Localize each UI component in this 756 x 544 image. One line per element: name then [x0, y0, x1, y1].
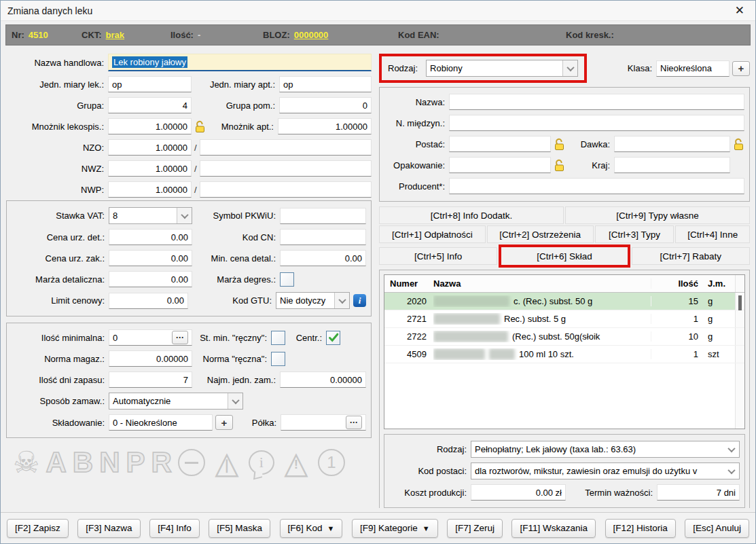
gtu-dropdown-icon[interactable]: [334, 293, 349, 308]
dni-zapasu-field[interactable]: 7: [109, 371, 192, 388]
nwp-field2[interactable]: [200, 181, 372, 198]
tab-inne[interactable]: [Ctrl+4] Inne: [675, 225, 750, 243]
st-min-checkbox[interactable]: [271, 331, 285, 345]
min-cena-field[interactable]: 0.00: [280, 250, 366, 266]
kod-postaci-dropdown-icon[interactable]: [724, 463, 739, 479]
gtu-label: Kod GTU:: [191, 295, 276, 306]
polka-more-button[interactable]: ···: [346, 416, 362, 429]
tab-odplatnosci[interactable]: [Ctrl+1] Odpłatności: [379, 225, 486, 243]
cena-zak-field[interactable]: 0.00: [109, 250, 192, 266]
producent-field[interactable]: [449, 178, 744, 194]
tab-typy[interactable]: [Ctrl+3] Typy: [595, 225, 674, 243]
maska-button[interactable]: [F5] Maska: [209, 519, 270, 538]
skladowanie-field[interactable]: 0 - Nieokreślone: [109, 414, 213, 431]
col-header-nazwa[interactable]: Nazwa: [433, 278, 651, 289]
table-row[interactable]: 2020 c. (Rec.) subst. 50 g 15 g: [384, 293, 744, 310]
nazwa-field[interactable]: [449, 94, 744, 110]
vat-dropdown-icon[interactable]: [177, 208, 192, 223]
nzo-field2[interactable]: [200, 139, 372, 156]
termin-field[interactable]: 7 dni: [657, 484, 740, 501]
wskazania-button[interactable]: [F11] Wskazania: [511, 519, 596, 538]
nwz-field[interactable]: 1.00000: [108, 160, 192, 177]
grupa-field[interactable]: 4: [108, 97, 192, 113]
klasa-plus-button[interactable]: +: [732, 61, 750, 76]
kod-postaci-select[interactable]: dla roztworów, mikstur, zawiesin oraz em…: [471, 463, 740, 479]
limit-field[interactable]: 0.00: [109, 293, 188, 309]
najm-jedn-field[interactable]: 0.00000: [280, 371, 366, 388]
kod-menu-button[interactable]: [F6] Kod ▼: [280, 519, 343, 538]
nzo-field[interactable]: 1.00000: [108, 139, 192, 156]
marza-det-field[interactable]: 0.00: [109, 271, 192, 287]
tab-sklad-active[interactable]: [Ctrl+6] Skład: [499, 244, 630, 268]
col-header-numer[interactable]: Numer: [384, 278, 433, 289]
centr-checkbox[interactable]: [326, 331, 340, 345]
sposob-dropdown-icon[interactable]: [228, 393, 242, 409]
ilosc-min-more-button[interactable]: ···: [172, 331, 188, 344]
postac-field[interactable]: [449, 136, 551, 152]
rodzaj-dropdown-icon[interactable]: [562, 60, 577, 76]
tab-info-dodatk[interactable]: [Ctrl+8] Info Dodatk.: [379, 206, 564, 224]
gtu-select[interactable]: Nie dotyczy: [276, 292, 350, 309]
mnoznik-apt-field[interactable]: 1.00000: [278, 118, 372, 134]
rodzaj2-dropdown-icon[interactable]: [724, 441, 739, 457]
nazwa-handlowa-label: Nazwa handlowa:: [6, 58, 108, 68]
warning-triangle-icon: △!: [281, 448, 312, 477]
opakowanie-field[interactable]: [449, 157, 551, 173]
mnoznik-lekospis-field[interactable]: 1.00000: [108, 118, 192, 134]
miedzyn-field[interactable]: [449, 115, 744, 131]
opakowanie-unlocked-padlock-icon[interactable]: [554, 159, 565, 172]
polka-field[interactable]: ···: [281, 414, 366, 431]
identification-groupbox: Nazwa: N. międzyn.: Postać: Dawka:: [379, 87, 750, 202]
rodzaj-select[interactable]: Robiony: [426, 60, 578, 77]
tab-info[interactable]: [Ctrl+5] Info: [379, 247, 497, 265]
ckt-link[interactable]: brak: [106, 30, 124, 40]
postac-unlocked-padlock-icon[interactable]: [554, 138, 565, 151]
rodzaj2-select[interactable]: Pełnopłatny; Lek jałowy (taxa lab.: 63.6…: [471, 441, 740, 458]
vat-select[interactable]: 8: [109, 207, 192, 224]
jedn-apt-label: Jedn. miary apt.:: [194, 79, 279, 90]
norma-mag-field[interactable]: 0.00000: [109, 350, 192, 367]
sposob-select[interactable]: Automatycznie: [109, 393, 243, 410]
koszt-field[interactable]: 0.00 zł: [471, 484, 566, 501]
status-ilosc-value: -: [198, 30, 200, 40]
anuluj-button[interactable]: [Esc] Anuluj: [685, 519, 749, 538]
col-header-ilosc[interactable]: Ilość: [651, 278, 704, 289]
dawka-unlocked-padlock-icon[interactable]: [733, 138, 744, 151]
pkwiu-field[interactable]: [280, 208, 366, 224]
table-scrollbar[interactable]: [735, 293, 744, 310]
table-row[interactable]: 2722 (Rec.) subst. 50g(słoik 10 g: [384, 328, 744, 346]
norma-reczna-checkbox[interactable]: [271, 352, 285, 366]
tab-typy-wlasne[interactable]: [Ctrl+9] Typy własne: [565, 206, 750, 224]
ilosc-min-field[interactable]: 0 ···: [109, 329, 192, 346]
bloz-link[interactable]: 0000000: [294, 30, 329, 40]
kategorie-menu-button[interactable]: [F9] Kategorie ▼: [352, 519, 438, 538]
close-icon[interactable]: ✕: [731, 3, 749, 18]
klasa-field[interactable]: Nieokreślona: [656, 60, 730, 77]
skladowanie-plus-button[interactable]: +: [215, 415, 233, 430]
unlocked-padlock-icon[interactable]: [194, 120, 206, 133]
gtu-info-icon[interactable]: i: [353, 294, 366, 307]
kod-cn-field[interactable]: [280, 229, 366, 245]
nwz-field2[interactable]: [200, 160, 372, 177]
nwz-label: NWZ:: [6, 164, 108, 174]
nazwa-handlowa-field[interactable]: Lek robiony jałowy: [108, 54, 372, 71]
nwp-field[interactable]: 1.00000: [108, 181, 192, 198]
jedn-lek-field[interactable]: op: [108, 76, 192, 92]
tab-rabaty[interactable]: [Ctrl+7] Rabaty: [632, 247, 750, 265]
info-button[interactable]: [F4] Info: [149, 519, 200, 538]
cena-det-field[interactable]: 0.00: [109, 229, 192, 245]
marza-degres-checkbox[interactable]: [280, 272, 294, 287]
zeruj-button[interactable]: [F7] Zeruj: [447, 519, 503, 538]
grupa-pom-field[interactable]: 0: [279, 97, 372, 113]
dawka-field[interactable]: [614, 136, 730, 152]
nazwa-button[interactable]: [F3] Nazwa: [77, 519, 140, 538]
table-scrollbar[interactable]: [735, 275, 744, 292]
table-row[interactable]: 2721 Rec.) subst. 5 g 1 g: [384, 310, 744, 328]
tab-ostrzezenia[interactable]: [Ctrl+2] Ostrzeżenia: [487, 225, 594, 243]
historia-button[interactable]: [F12] Historia: [605, 519, 676, 538]
kraj-field[interactable]: [614, 157, 730, 173]
col-header-jm[interactable]: J.m.: [704, 278, 735, 289]
table-row[interactable]: 4509 100 ml 10 szt. 1 szt: [384, 346, 744, 363]
zapisz-button[interactable]: [F2] Zapisz: [7, 519, 69, 538]
jedn-apt-field[interactable]: op: [279, 76, 372, 92]
